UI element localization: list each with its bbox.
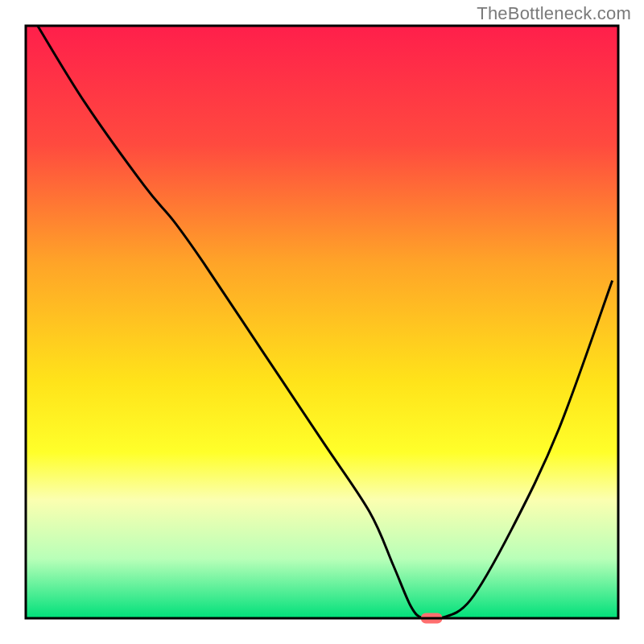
watermark-text: TheBottleneck.com	[477, 3, 631, 24]
plot-area	[26, 26, 618, 624]
bottleneck-chart	[0, 0, 644, 644]
plot-background	[26, 26, 618, 618]
chart-container: TheBottleneck.com	[0, 0, 644, 644]
